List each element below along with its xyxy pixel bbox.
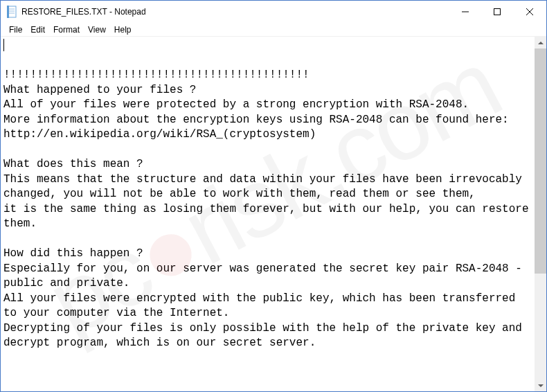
notepad-icon [6, 5, 17, 19]
text-editor[interactable]: !!!!!!!!!!!!!!!!!!!!!!!!!!!!!!!!!!!!!!!!… [1, 37, 535, 391]
menu-file[interactable]: File [5, 24, 26, 35]
scroll-up-arrow-icon[interactable] [535, 37, 546, 48]
menu-format[interactable]: Format [49, 24, 84, 35]
window-title: RESTORE_FILES.TXT - Notepad [21, 7, 146, 17]
svg-marker-9 [538, 42, 544, 44]
close-button[interactable] [513, 1, 546, 23]
notepad-window: RESTORE_FILES.TXT - Notepad File Edit Fo… [0, 0, 547, 392]
minimize-button[interactable] [449, 1, 481, 23]
scroll-down-arrow-icon[interactable] [535, 380, 546, 391]
menu-view[interactable]: View [84, 24, 110, 35]
menubar: File Edit Format View Help [1, 23, 546, 37]
content-area: !!!!!!!!!!!!!!!!!!!!!!!!!!!!!!!!!!!!!!!!… [1, 37, 546, 391]
menu-edit[interactable]: Edit [26, 24, 49, 35]
window-controls [449, 1, 546, 23]
vertical-scrollbar[interactable] [535, 37, 546, 391]
scroll-track[interactable] [535, 48, 546, 380]
titlebar[interactable]: RESTORE_FILES.TXT - Notepad [1, 1, 546, 23]
document-text: !!!!!!!!!!!!!!!!!!!!!!!!!!!!!!!!!!!!!!!!… [3, 69, 535, 349]
scroll-thumb[interactable] [535, 48, 546, 274]
text-caret [3, 39, 4, 51]
svg-marker-10 [538, 384, 544, 387]
menu-help[interactable]: Help [110, 24, 136, 35]
svg-rect-4 [7, 6, 9, 18]
svg-rect-6 [494, 9, 501, 15]
maximize-button[interactable] [481, 1, 513, 23]
